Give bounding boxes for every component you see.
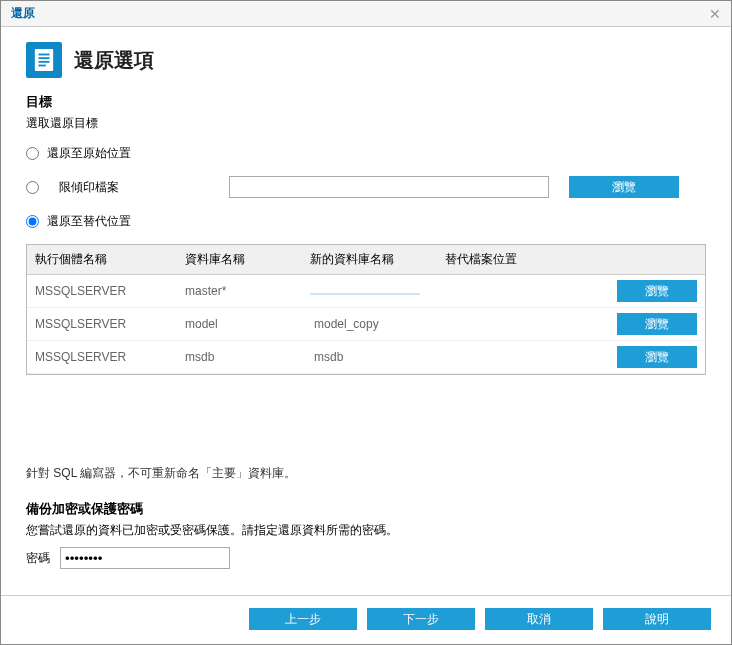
th-altfile: 替代檔案位置	[445, 251, 565, 268]
cell-instance: MSSQLSERVER	[35, 350, 185, 364]
table-header: 執行個體名稱 資料庫名稱 新的資料庫名稱 替代檔案位置	[27, 245, 705, 275]
help-button[interactable]: 說明	[603, 608, 711, 630]
restore-dialog: 還原 ✕ 還原選項 目標 選取還原目標 還原至原始位置 限傾印檔案	[0, 0, 732, 645]
th-action	[565, 251, 697, 268]
radio-dump-row: 限傾印檔案 瀏覽	[26, 176, 706, 198]
document-icon	[26, 42, 62, 78]
radio-alternate[interactable]	[26, 215, 39, 228]
table-body: MSSQLSERVERmaster*瀏覽MSSQLSERVERmodelmode…	[27, 275, 705, 374]
password-label: 密碼	[26, 550, 50, 567]
cell-database: msdb	[185, 350, 310, 364]
password-section: 備份加密或保護密碼 您嘗試還原的資料已加密或受密碼保護。請指定還原資料所需的密碼…	[26, 500, 706, 569]
th-newdb: 新的資料庫名稱	[310, 251, 445, 268]
table-row: MSSQLSERVERmodelmodel_copy瀏覽	[27, 308, 705, 341]
dialog-footer: 上一步 下一步 取消 說明	[1, 595, 731, 644]
password-title: 備份加密或保護密碼	[26, 500, 706, 518]
table-row: MSSQLSERVERmsdbmsdb瀏覽	[27, 341, 705, 374]
header-row: 還原選項	[26, 42, 706, 78]
cell-newdb[interactable]	[310, 284, 445, 298]
password-desc: 您嘗試還原的資料已加密或受密碼保護。請指定還原資料所需的密碼。	[26, 522, 706, 539]
cell-database: master*	[185, 284, 310, 298]
dump-path-input[interactable]	[229, 176, 549, 198]
dialog-title: 還原	[11, 5, 35, 22]
prev-button[interactable]: 上一步	[249, 608, 357, 630]
cell-database: model	[185, 317, 310, 331]
cell-instance: MSSQLSERVER	[35, 317, 185, 331]
cell-newdb[interactable]: model_copy	[310, 316, 445, 332]
titlebar: 還原 ✕	[1, 1, 731, 27]
radio-original-row: 還原至原始位置	[26, 142, 706, 164]
svg-rect-0	[35, 49, 53, 71]
radio-alternate-label[interactable]: 還原至替代位置	[47, 213, 131, 230]
page-title: 還原選項	[74, 47, 154, 74]
row-browse-button[interactable]: 瀏覽	[617, 280, 697, 302]
cancel-button[interactable]: 取消	[485, 608, 593, 630]
dialog-content: 還原選項 目標 選取還原目標 還原至原始位置 限傾印檔案 瀏覽 還原至替代位置 …	[1, 27, 731, 595]
row-browse-button[interactable]: 瀏覽	[617, 346, 697, 368]
radio-original-label[interactable]: 還原至原始位置	[47, 145, 131, 162]
cell-newdb[interactable]: msdb	[310, 349, 445, 365]
radio-dump[interactable]	[26, 181, 39, 194]
radio-original[interactable]	[26, 147, 39, 160]
close-icon[interactable]: ✕	[709, 6, 721, 22]
table-row: MSSQLSERVERmaster*瀏覽	[27, 275, 705, 308]
alternate-table: 執行個體名稱 資料庫名稱 新的資料庫名稱 替代檔案位置 MSSQLSERVERm…	[26, 244, 706, 375]
cell-instance: MSSQLSERVER	[35, 284, 185, 298]
next-button[interactable]: 下一步	[367, 608, 475, 630]
password-row: 密碼	[26, 547, 706, 569]
target-label: 目標	[26, 93, 706, 111]
target-subtitle: 選取還原目標	[26, 115, 706, 132]
radio-alternate-row: 還原至替代位置	[26, 210, 706, 232]
browse-button[interactable]: 瀏覽	[569, 176, 679, 198]
th-instance: 執行個體名稱	[35, 251, 185, 268]
password-input[interactable]	[60, 547, 230, 569]
row-browse-button[interactable]: 瀏覽	[617, 313, 697, 335]
th-database: 資料庫名稱	[185, 251, 310, 268]
sql-note: 針對 SQL 編寫器，不可重新命名「主要」資料庫。	[26, 465, 706, 482]
radio-dump-label[interactable]: 限傾印檔案	[59, 179, 149, 196]
